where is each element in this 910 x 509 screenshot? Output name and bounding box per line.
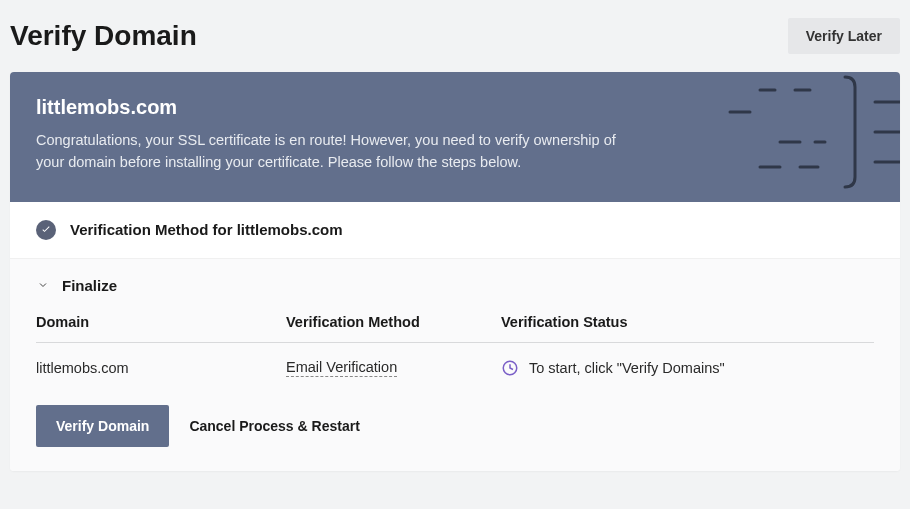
verify-domain-button[interactable]: Verify Domain — [36, 405, 169, 447]
column-header-method: Verification Method — [286, 314, 501, 330]
actions-row: Verify Domain Cancel Process & Restart — [36, 405, 874, 447]
table-row: littlemobs.com Email Verification To sta… — [36, 343, 874, 399]
column-header-domain: Domain — [36, 314, 286, 330]
finalize-section: Finalize Domain Verification Method Veri… — [10, 259, 900, 471]
cell-domain: littlemobs.com — [36, 360, 286, 376]
table-header: Domain Verification Method Verification … — [36, 314, 874, 343]
cell-status-text: To start, click "Verify Domains" — [529, 360, 725, 376]
finalize-title: Finalize — [62, 277, 117, 294]
column-header-status: Verification Status — [501, 314, 874, 330]
banner-decoration-icon — [700, 72, 900, 202]
clock-icon — [501, 359, 519, 377]
verify-card: littlemobs.com Congratulations, your SSL… — [10, 72, 900, 471]
banner-description: Congratulations, your SSL certificate is… — [36, 129, 636, 174]
cancel-restart-button[interactable]: Cancel Process & Restart — [189, 418, 359, 434]
verification-method-row: Verification Method for littlemobs.com — [10, 202, 900, 259]
finalize-header[interactable]: Finalize — [36, 277, 874, 294]
verification-method-label: Verification Method for littlemobs.com — [70, 221, 343, 238]
verification-method-link[interactable]: Email Verification — [286, 359, 397, 377]
verify-later-button[interactable]: Verify Later — [788, 18, 900, 54]
chevron-down-icon — [36, 278, 50, 292]
domain-banner: littlemobs.com Congratulations, your SSL… — [10, 72, 900, 202]
check-circle-icon — [36, 220, 56, 240]
page-title: Verify Domain — [10, 20, 197, 52]
